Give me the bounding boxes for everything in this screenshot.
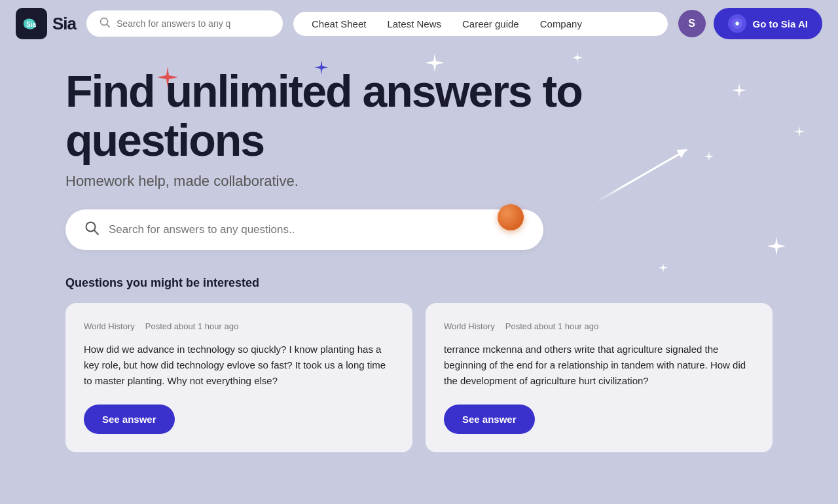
- sparkle-white-4: [793, 126, 805, 137]
- card-question-2: terrance mckenna and others write that a…: [444, 342, 754, 389]
- ai-button-icon: [728, 14, 746, 33]
- hero-subtitle: Homework help, made collaborative.: [65, 173, 773, 190]
- sparkle-white-2: [572, 52, 583, 63]
- cards-row: World History Posted about 1 hour ago Ho…: [65, 303, 773, 452]
- search-icon-header: [100, 17, 110, 30]
- see-answer-button-1[interactable]: See answer: [84, 405, 175, 434]
- questions-section-title: Questions you might be interested: [65, 276, 773, 290]
- question-card-1: World History Posted about 1 hour ago Ho…: [65, 303, 412, 452]
- header-search-input[interactable]: [117, 18, 270, 29]
- go-to-sia-ai-button[interactable]: Go to Sia AI: [714, 8, 822, 39]
- hero-section: Find unlimited answers to questions Home…: [0, 47, 838, 263]
- logo-icon: Sia: [16, 8, 47, 39]
- card-time-2: Posted about 1 hour ago: [505, 321, 598, 331]
- logo: Sia Sia: [16, 8, 76, 39]
- avatar[interactable]: S: [678, 10, 706, 37]
- see-answer-button-2[interactable]: See answer: [444, 405, 535, 434]
- svg-text:Sia: Sia: [26, 21, 36, 28]
- header: Sia Sia Cheat Sheet Latest News Career g…: [0, 0, 838, 47]
- card-meta-1: World History Posted about 1 hour ago: [84, 321, 394, 331]
- nav-latest-news[interactable]: Latest News: [387, 18, 441, 29]
- sparkle-white-6: [767, 237, 786, 255]
- svg-point-4: [735, 22, 738, 26]
- nav-cheat-sheet[interactable]: Cheat Sheet: [312, 18, 366, 29]
- card-subject-1: World History: [84, 321, 135, 331]
- question-card-2: World History Posted about 1 hour ago te…: [426, 303, 773, 452]
- ai-button-label: Go to Sia AI: [753, 18, 808, 29]
- nav-career-guide[interactable]: Career guide: [462, 18, 519, 29]
- header-search-bar[interactable]: [86, 10, 283, 37]
- header-right: S Go to Sia AI: [678, 8, 822, 39]
- logo-text: Sia: [52, 14, 76, 34]
- questions-section: Questions you might be interested World …: [0, 263, 838, 465]
- card-question-1: How did we advance in technology so qiuc…: [84, 342, 394, 389]
- nav-company[interactable]: Company: [540, 18, 582, 29]
- hero-title: Find unlimited answers to questions: [65, 67, 720, 165]
- hero-search-input[interactable]: [109, 223, 525, 236]
- card-subject-2: World History: [444, 321, 495, 331]
- card-time-1: Posted about 1 hour ago: [145, 321, 238, 331]
- nav-bar: Cheat Sheet Latest News Career guide Com…: [293, 12, 668, 36]
- svg-line-2: [107, 24, 109, 27]
- card-meta-2: World History Posted about 1 hour ago: [444, 321, 754, 331]
- svg-line-6: [94, 230, 98, 234]
- hero-search-bar[interactable]: [65, 209, 543, 250]
- search-icon-hero: [84, 220, 100, 240]
- deco-ball-orange: [498, 204, 524, 230]
- sparkle-white-3: [732, 83, 746, 98]
